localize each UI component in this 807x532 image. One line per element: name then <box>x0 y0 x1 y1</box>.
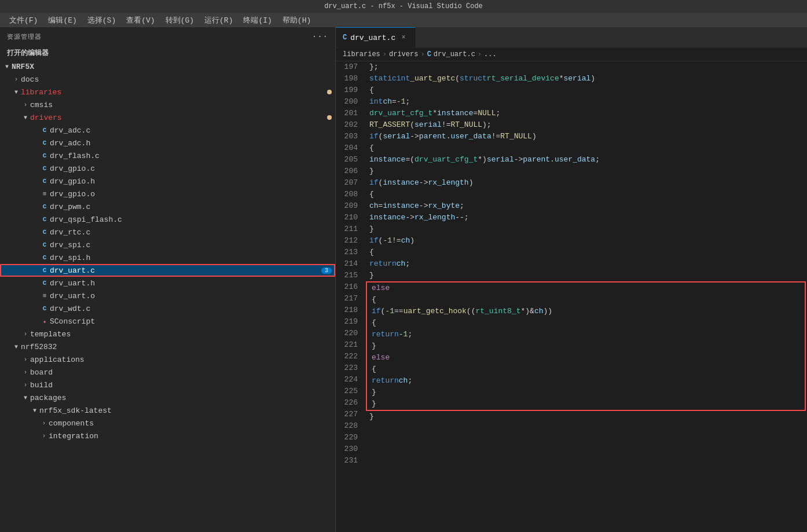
sidebar-item-drv_uart.c[interactable]: C drv_uart.c 3 <box>0 264 335 277</box>
board-label: board <box>30 368 335 377</box>
sidebar-item-SConscript[interactable]: ✦ SConscript <box>0 315 335 328</box>
sidebar-item-drv_qspi_flash.c[interactable]: C drv_qspi_flash.c <box>0 213 335 226</box>
more-icon[interactable]: ··· <box>312 32 328 41</box>
code-line-224: } <box>367 340 805 352</box>
packages-arrow-icon: ▼ <box>21 395 30 401</box>
packages-label: packages <box>30 394 335 402</box>
components-arrow-icon: › <box>39 420 49 427</box>
sc-file-icon: ✦ <box>39 318 50 325</box>
sidebar-item-drv_uart.h[interactable]: C drv_uart.h <box>0 277 335 289</box>
sidebar-item-applications[interactable]: › applications <box>0 353 335 366</box>
drv_gpio_h-label: drv_gpio.h <box>50 177 335 186</box>
sidebar-item-templates[interactable]: › templates <box>0 328 335 340</box>
editor-area: C drv_uart.c × libraries › drivers › C d… <box>336 27 807 532</box>
sidebar-root[interactable]: ▼ NRF5X <box>0 60 335 73</box>
code-line-220: { <box>367 294 805 306</box>
code-line-212: instance->rx_length--; <box>365 212 807 223</box>
sidebar-item-drv_spi.h[interactable]: C drv_spi.h <box>0 251 335 264</box>
sidebar-item-drv_rtc.c[interactable]: C drv_rtc.c <box>0 226 335 239</box>
cmsis-label: cmsis <box>30 101 335 109</box>
sidebar-item-board[interactable]: › board <box>0 366 335 379</box>
code-line-222: { <box>367 317 805 329</box>
drv_adc_c-label: drv_adc.c <box>50 126 335 135</box>
sidebar-item-nrf52832[interactable]: ▼ nrf52832 <box>0 340 335 353</box>
sidebar-item-build[interactable]: › build <box>0 379 335 391</box>
code-line-229: } <box>367 398 805 410</box>
sidebar-item-libraries[interactable]: ▼ libraries <box>0 86 335 98</box>
sidebar: 资源管理器 ··· 打开的编辑器 ▼ NRF5X › docs ▼ <box>0 27 336 532</box>
sidebar-item-drv_uart.o[interactable]: ≡ drv_uart.o <box>0 289 335 302</box>
tab-drv_uart_c[interactable]: C drv_uart.c × <box>336 27 416 47</box>
sidebar-item-nrf5x_sdk-latest[interactable]: ▼ nrf5x_sdk-latest <box>0 404 335 417</box>
sidebar-item-drv_wdt.c[interactable]: C drv_wdt.c <box>0 302 335 315</box>
drivers-arrow-icon: ▼ <box>21 115 30 121</box>
templates-arrow-icon: › <box>21 331 30 337</box>
code-line-217: return ch; <box>365 258 807 270</box>
drv_qspi_flash_c-label: drv_qspi_flash.c <box>50 215 335 224</box>
c-file-icon6: C <box>39 229 50 236</box>
root-arrow-icon: ▼ <box>2 64 12 70</box>
libraries-label: libraries <box>21 88 327 97</box>
nrf5x_sdk-arrow-icon: ▼ <box>30 408 39 414</box>
o-file-icon: ≡ <box>39 190 50 197</box>
sidebar-item-drv_adc.c[interactable]: C drv_adc.c <box>0 124 335 137</box>
code-line-203: RT_ASSERT(serial != RT_NULL); <box>365 119 807 131</box>
components-label: components <box>49 419 335 428</box>
code-line-205: if (serial->parent.user_data != RT_NULL) <box>365 131 807 142</box>
code-line-200: { <box>365 85 807 96</box>
main-layout: 资源管理器 ··· 打开的编辑器 ▼ NRF5X › docs ▼ <box>0 27 807 532</box>
menu-run[interactable]: 运行(R) <box>200 14 237 27</box>
tab-icon: C <box>343 34 347 42</box>
sidebar-item-cmsis[interactable]: › cmsis <box>0 98 335 111</box>
sidebar-item-drv_adc.h[interactable]: C drv_adc.h <box>0 137 335 149</box>
breadcrumb-drivers: drivers <box>389 50 418 58</box>
menu-help[interactable]: 帮助(H) <box>278 14 316 27</box>
sidebar-item-drivers[interactable]: ▼ drivers <box>0 111 335 124</box>
drv_gpio_c-label: drv_gpio.c <box>50 164 335 173</box>
drv_uart_o-label: drv_uart.o <box>50 292 335 300</box>
sidebar-open-editors-title: 打开的编辑器 <box>0 46 335 60</box>
sidebar-item-docs[interactable]: › docs <box>0 73 335 86</box>
sidebar-item-drv_flash.c[interactable]: C drv_flash.c <box>0 149 335 162</box>
code-line-225: else <box>367 352 805 364</box>
code-line-228: } <box>367 387 805 398</box>
menu-goto[interactable]: 转到(G) <box>161 14 199 27</box>
menu-edit[interactable]: 编辑(E) <box>43 14 81 27</box>
code-content[interactable]: }; static int _uart_getc(struct rt_seria… <box>365 61 807 532</box>
h-file-icon3: C <box>39 254 50 261</box>
menu-select[interactable]: 选择(S) <box>83 14 120 27</box>
c-file-icon3: C <box>39 165 50 172</box>
h-file-icon4: C <box>39 280 50 287</box>
code-editor[interactable]: 197 198 199 200 201 202 203 204 205 206 … <box>336 61 807 532</box>
sidebar-item-components[interactable]: › components <box>0 417 335 430</box>
drv_gpio_o-label: drv_gpio.o <box>50 190 335 199</box>
drv_pwm_c-label: drv_pwm.c <box>50 203 335 211</box>
sidebar-item-drv_pwm.c[interactable]: C drv_pwm.c <box>0 200 335 213</box>
sidebar-item-packages[interactable]: ▼ packages <box>0 391 335 404</box>
nrf52832-arrow-icon: ▼ <box>12 344 21 350</box>
sidebar-item-drv_spi.c[interactable]: C drv_spi.c <box>0 239 335 251</box>
menu-file[interactable]: 文件(F) <box>5 14 42 27</box>
code-line-201: int ch = -1; <box>365 96 807 108</box>
c-file-icon7: C <box>39 241 50 248</box>
integration-arrow-icon: › <box>39 433 49 439</box>
sidebar-item-integration[interactable]: › integration <box>0 430 335 442</box>
menu-bar: 文件(F) 编辑(E) 选择(S) 查看(V) 转到(G) 运行(R) 终端(I… <box>0 13 807 27</box>
code-line-227: return ch; <box>367 375 805 387</box>
code-line-230: } <box>365 411 807 423</box>
title-bar: drv_uart.c - nf5x - Visual Studio Code <box>0 0 807 13</box>
menu-terminal[interactable]: 终端(I) <box>239 14 276 27</box>
highlighted-block: else { if (-1 == uart_getc_hook((rt_uint… <box>366 281 806 411</box>
sidebar-item-drv_gpio.c[interactable]: C drv_gpio.c <box>0 162 335 175</box>
c-file-icon9: C <box>39 305 50 312</box>
h-file-icon: C <box>39 140 50 146</box>
sidebar-title: 资源管理器 <box>7 32 42 41</box>
tab-close-button[interactable]: × <box>399 33 408 42</box>
menu-view[interactable]: 查看(V) <box>122 14 159 27</box>
sidebar-item-drv_gpio.o[interactable]: ≡ drv_gpio.o <box>0 188 335 200</box>
drv_uart_c-label: drv_uart.c <box>50 266 321 275</box>
sidebar-item-drv_gpio.h[interactable]: C drv_gpio.h <box>0 175 335 188</box>
h-file-icon2: C <box>39 178 50 185</box>
code-line-211: ch = instance->rx_byte; <box>365 200 807 212</box>
line-numbers: 197 198 199 200 201 202 203 204 205 206 … <box>336 61 365 532</box>
